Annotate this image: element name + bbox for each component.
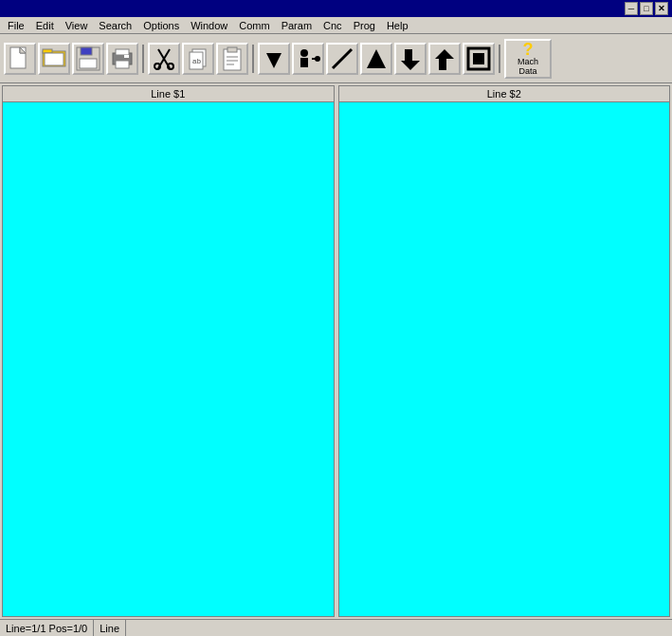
menu-help[interactable]: Help <box>381 19 414 32</box>
connect-button[interactable] <box>292 43 324 75</box>
new-icon <box>7 45 33 72</box>
svg-rect-37 <box>473 53 484 64</box>
separator-1 <box>142 45 144 73</box>
copy-icon: ab ab <box>185 45 211 72</box>
mach-data-button[interactable]: ? Mach Data <box>504 39 552 79</box>
minimize-button[interactable]: ─ <box>625 2 638 15</box>
left-panel-content[interactable] <box>3 102 334 616</box>
frame-icon <box>465 45 492 72</box>
menu-comm[interactable]: Comm <box>233 19 275 32</box>
menu-edit[interactable]: Edit <box>30 19 60 32</box>
menu-window[interactable]: Window <box>185 19 233 32</box>
copy-button[interactable]: ab ab <box>182 43 214 75</box>
svg-rect-32 <box>405 49 412 61</box>
status-right: Line <box>94 620 126 636</box>
toolbar: ab ab <box>0 34 672 83</box>
menu-prog[interactable]: Prog <box>348 19 381 32</box>
mach-data-label: Mach Data <box>518 58 538 77</box>
line-tool-icon <box>329 45 355 72</box>
svg-line-30 <box>333 49 352 68</box>
paste-button[interactable] <box>216 43 248 75</box>
status-bar: Line=1/1 Pos=1/0 Line <box>0 619 672 636</box>
triangle-icon <box>363 45 390 72</box>
svg-point-26 <box>300 49 308 57</box>
menu-param[interactable]: Param <box>276 19 318 32</box>
save-button[interactable] <box>72 43 104 75</box>
right-panel-content[interactable] <box>339 102 670 616</box>
svg-rect-27 <box>300 58 308 67</box>
svg-point-15 <box>168 64 173 69</box>
svg-rect-4 <box>45 53 64 65</box>
line-tool-button[interactable] <box>326 43 358 75</box>
triangle-button[interactable] <box>360 43 392 75</box>
svg-rect-21 <box>227 47 237 52</box>
svg-point-29 <box>315 56 320 62</box>
help-question-icon: ? <box>523 41 534 58</box>
svg-rect-6 <box>81 47 92 55</box>
svg-rect-35 <box>439 59 446 70</box>
svg-rect-7 <box>80 59 97 68</box>
cut-button[interactable] <box>148 43 180 75</box>
left-panel-title: Line $1 <box>3 86 334 102</box>
svg-point-14 <box>154 64 160 69</box>
separator-2 <box>252 45 254 73</box>
title-bar: ─ □ ✕ <box>0 0 672 17</box>
new-button[interactable] <box>4 43 36 75</box>
left-panel: Line $1 <box>2 85 335 617</box>
close-button[interactable]: ✕ <box>655 2 668 15</box>
cut-icon <box>151 45 177 72</box>
paste-icon <box>219 45 245 72</box>
separator-3 <box>499 45 500 73</box>
svg-marker-33 <box>401 61 420 70</box>
menu-file[interactable]: File <box>2 19 30 32</box>
svg-rect-3 <box>43 49 52 53</box>
title-bar-controls: ─ □ ✕ <box>625 2 668 15</box>
open-icon <box>41 45 67 72</box>
main-content: Line $1 Line $2 <box>0 83 672 619</box>
svg-text:ab: ab <box>192 57 201 65</box>
right-panel: Line $2 <box>338 85 671 617</box>
svg-marker-34 <box>435 49 454 59</box>
download-button[interactable] <box>394 43 427 75</box>
svg-rect-9 <box>116 49 129 55</box>
send-button[interactable] <box>258 43 290 75</box>
menu-cnc[interactable]: Cnc <box>318 19 348 32</box>
download-icon <box>397 45 424 72</box>
maximize-button[interactable]: □ <box>640 2 653 15</box>
svg-marker-31 <box>367 49 386 68</box>
print-icon <box>109 45 136 72</box>
right-panel-title: Line $2 <box>339 86 670 102</box>
svg-rect-10 <box>116 61 129 68</box>
connect-icon <box>295 45 321 72</box>
send-icon <box>261 45 287 72</box>
upload-icon <box>431 45 458 72</box>
open-button[interactable] <box>38 43 70 75</box>
status-left: Line=1/1 Pos=1/0 <box>0 620 94 636</box>
save-icon <box>75 45 101 72</box>
menu-options[interactable]: Options <box>137 19 185 32</box>
menu-search[interactable]: Search <box>93 19 137 32</box>
menu-view[interactable]: View <box>60 19 94 32</box>
svg-rect-11 <box>124 55 129 58</box>
upload-button[interactable] <box>428 43 461 75</box>
frame-button[interactable] <box>463 43 495 75</box>
print-button[interactable] <box>106 43 138 75</box>
svg-marker-25 <box>266 53 282 68</box>
menu-bar: File Edit View Search Options Window Com… <box>0 17 672 34</box>
